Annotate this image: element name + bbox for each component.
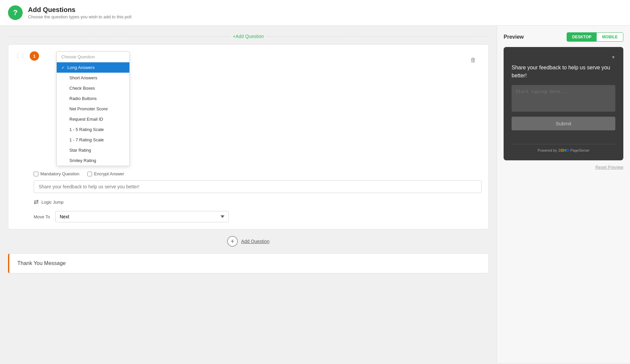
move-to-row: Move To Next End Question 2 <box>34 211 482 222</box>
question-number: 1 <box>30 51 39 61</box>
encrypt-answer-label[interactable]: Encrypt Answer <box>87 171 124 176</box>
add-question-top-link[interactable]: +Add Question <box>233 34 264 39</box>
preview-question-text: Share your feedback to help us serve you… <box>512 64 615 80</box>
dropdown-item-smiley-rating[interactable]: Smiley Rating <box>57 155 129 166</box>
dropdown-item-1-7-rating-scale[interactable]: 1 - 7 Rating Scale <box>57 135 129 145</box>
question-input-wrapper <box>34 180 482 193</box>
add-question-bottom: + Add Question <box>8 236 489 247</box>
dropdown-header: Choose Question <box>57 52 129 62</box>
logic-jump-row: ⇄ Logic Jump <box>34 198 482 206</box>
dropdown-item-short-answers[interactable]: Short Answers <box>57 73 129 83</box>
delete-question-button[interactable]: 🗑 <box>470 57 476 64</box>
preview-textarea[interactable] <box>512 85 615 112</box>
powered-by: Powered by ZOHO PageSense <box>512 148 615 152</box>
preview-header: Preview DESKTOP MOBILE <box>504 32 623 42</box>
page-title: Add Questions <box>28 6 131 14</box>
reset-preview-wrapper: Reset Preview <box>504 164 623 170</box>
dropdown-item-radio-buttons[interactable]: Radio Buttons <box>57 93 129 104</box>
encrypt-answer-checkbox[interactable] <box>87 172 92 176</box>
card-inner: ⋮⋮ 1 Choose Question ✓ Long Answers <box>15 51 482 222</box>
move-to-label: Move To <box>34 214 50 219</box>
options-row: Mandatory Question Encrypt Answer <box>34 171 482 176</box>
preview-submit-button[interactable]: Submit <box>512 117 615 130</box>
header-icon: ? <box>8 5 23 20</box>
main-layout: +Add Question ⋮⋮ 1 Choose Question ✓ Lon… <box>0 26 630 363</box>
preview-dropdown-arrow: ▼ <box>512 55 615 60</box>
question-card-1: ⋮⋮ 1 Choose Question ✓ Long Answers <box>8 44 489 229</box>
add-question-bottom-link[interactable]: Add Question <box>241 239 269 244</box>
dropdown-item-check-boxes[interactable]: Check Boxes <box>57 83 129 93</box>
preview-mobile-button[interactable]: MOBILE <box>597 33 623 41</box>
header-text: Add Questions Choose the question types … <box>28 6 131 19</box>
preview-footer: Powered by ZOHO PageSense <box>512 144 615 152</box>
preview-widget-content: ▼ Share your feedback to help us serve y… <box>512 55 615 130</box>
mandatory-question-label[interactable]: Mandatory Question <box>34 171 79 176</box>
dropdown-item-star-rating[interactable]: Star Rating <box>57 145 129 155</box>
left-content: +Add Question ⋮⋮ 1 Choose Question ✓ Lon… <box>0 26 497 363</box>
dropdown-item-request-email-id[interactable]: Request Email ID <box>57 114 129 124</box>
dropdown-item-net-promoter-score[interactable]: Net Promoter Score <box>57 104 129 114</box>
preview-desktop-button[interactable]: DESKTOP <box>567 33 597 41</box>
logic-jump-label: Logic Jump <box>41 200 63 205</box>
preview-toggle: DESKTOP MOBILE <box>567 32 623 42</box>
reset-preview-link[interactable]: Reset Preview <box>595 165 623 170</box>
dropdown-item-1-5-rating-scale[interactable]: 1 - 5 Rating Scale <box>57 124 129 135</box>
mandatory-question-checkbox[interactable] <box>34 172 38 176</box>
page-subtitle: Choose the question types you wish to ad… <box>28 14 131 19</box>
logic-jump-icon: ⇄ <box>34 198 39 206</box>
drag-handle[interactable]: ⋮⋮ <box>15 53 26 59</box>
dropdown-item-long-answers[interactable]: ✓ Long Answers <box>57 62 129 73</box>
dropdown-menu: Choose Question ✓ Long Answers Short Ans… <box>56 51 130 166</box>
thank-you-card: Thank You Message <box>8 253 489 273</box>
add-question-top-divider: +Add Question <box>8 34 489 39</box>
brand-logo: ZOHO <box>558 148 569 152</box>
preview-panel: Preview DESKTOP MOBILE ▼ Share your feed… <box>497 26 630 363</box>
preview-widget: ▼ Share your feedback to help us serve y… <box>504 47 623 160</box>
add-question-circle-button[interactable]: + <box>227 236 238 247</box>
thank-you-label: Thank You Message <box>17 260 66 266</box>
question-input[interactable] <box>34 180 482 193</box>
check-icon: ✓ <box>61 65 65 70</box>
page-header: ? Add Questions Choose the question type… <box>0 0 630 26</box>
preview-title: Preview <box>504 34 524 40</box>
question-type-dropdown[interactable]: Choose Question ✓ Long Answers Short Ans… <box>56 51 130 166</box>
move-to-select[interactable]: Next End Question 2 <box>55 211 229 222</box>
